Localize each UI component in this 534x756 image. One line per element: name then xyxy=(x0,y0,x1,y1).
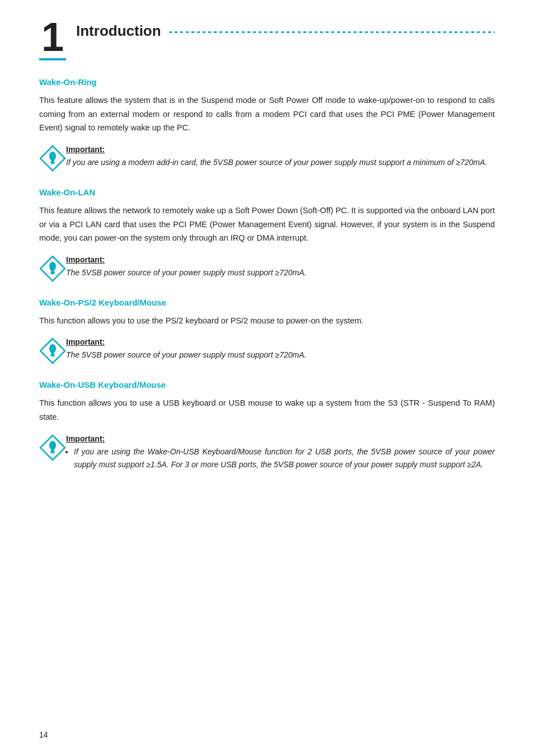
svg-rect-9 xyxy=(50,272,55,274)
svg-point-6 xyxy=(49,262,56,271)
important-box-wake-on-lan: Important: The 5VSB power source of your… xyxy=(39,255,495,282)
section-wake-on-usb: Wake-On-USB Keyboard/Mouse This function… xyxy=(39,380,495,473)
section-heading-wake-on-lan: Wake-On-LAN xyxy=(39,187,495,197)
title-row: Introduction xyxy=(76,22,495,40)
important-text-wake-on-lan: The 5VSB power source of your power supp… xyxy=(66,266,495,279)
important-icon-wake-on-usb xyxy=(39,434,66,461)
svg-rect-4 xyxy=(50,162,55,163)
svg-rect-8 xyxy=(51,270,54,273)
important-content-wake-on-lan: Important: The 5VSB power source of your… xyxy=(66,255,495,279)
svg-rect-3 xyxy=(51,160,54,162)
section-wake-on-lan: Wake-On-LAN This feature allows the netw… xyxy=(39,187,495,282)
page-container: 1 Introduction Wake-On-Ring This feature… xyxy=(0,0,534,756)
section-heading-wake-on-ring: Wake-On-Ring xyxy=(39,77,495,87)
important-icon-wake-on-ps2 xyxy=(39,337,66,364)
title-dots-decoration xyxy=(169,31,495,33)
page-title: Introduction xyxy=(76,22,161,40)
svg-rect-18 xyxy=(51,449,54,452)
body-text-wake-on-ring: This feature allows the system that is i… xyxy=(39,93,495,135)
important-content-wake-on-ring: Important: If you are using a modem add-… xyxy=(66,145,495,169)
important-text-wake-on-ring: If you are using a modem add-in card, th… xyxy=(66,156,495,169)
important-text-wake-on-ps2: The 5VSB power source of your power supp… xyxy=(66,349,495,361)
important-icon-wake-on-lan xyxy=(39,255,66,282)
important-label-wake-on-ring: Important: xyxy=(66,145,495,154)
section-wake-on-ring: Wake-On-Ring This feature allows the sys… xyxy=(39,77,495,172)
chapter-number: 1 xyxy=(41,17,64,57)
important-icon-wake-on-ring xyxy=(39,145,66,172)
important-label-wake-on-lan: Important: xyxy=(66,255,495,264)
important-content-wake-on-ps2: Important: The 5VSB power source of your… xyxy=(66,337,495,361)
section-heading-wake-on-usb: Wake-On-USB Keyboard/Mouse xyxy=(39,380,495,389)
important-box-wake-on-ps2: Important: The 5VSB power source of your… xyxy=(39,337,495,364)
svg-point-1 xyxy=(49,152,56,161)
svg-rect-13 xyxy=(51,353,54,355)
important-box-wake-on-usb: Important: If you are using the Wake-On-… xyxy=(39,434,495,473)
svg-rect-14 xyxy=(50,355,55,356)
section-wake-on-ps2: Wake-On-PS/2 Keyboard/Mouse This functio… xyxy=(39,298,495,365)
svg-point-16 xyxy=(49,441,56,450)
body-text-wake-on-lan: This feature allows the network to remot… xyxy=(39,204,495,245)
important-text-wake-on-usb: If you are using the Wake-On-USB Keyboar… xyxy=(66,445,495,471)
body-text-wake-on-usb: This function allows you to use a USB ke… xyxy=(39,396,495,424)
body-text-wake-on-ps2: This function allows you to use the PS/2… xyxy=(39,314,495,328)
svg-rect-19 xyxy=(50,451,55,453)
important-label-wake-on-usb: Important: xyxy=(66,434,495,443)
svg-point-11 xyxy=(49,344,56,353)
page-number: 14 xyxy=(39,730,48,739)
header-section: 1 Introduction xyxy=(39,0,495,60)
chapter-underline xyxy=(39,58,66,60)
chapter-number-block: 1 xyxy=(39,17,66,60)
important-box-wake-on-ring: Important: If you are using a modem add-… xyxy=(39,145,495,172)
important-content-wake-on-usb: Important: If you are using the Wake-On-… xyxy=(66,434,495,473)
important-label-wake-on-ps2: Important: xyxy=(66,337,495,346)
section-heading-wake-on-ps2: Wake-On-PS/2 Keyboard/Mouse xyxy=(39,298,495,307)
